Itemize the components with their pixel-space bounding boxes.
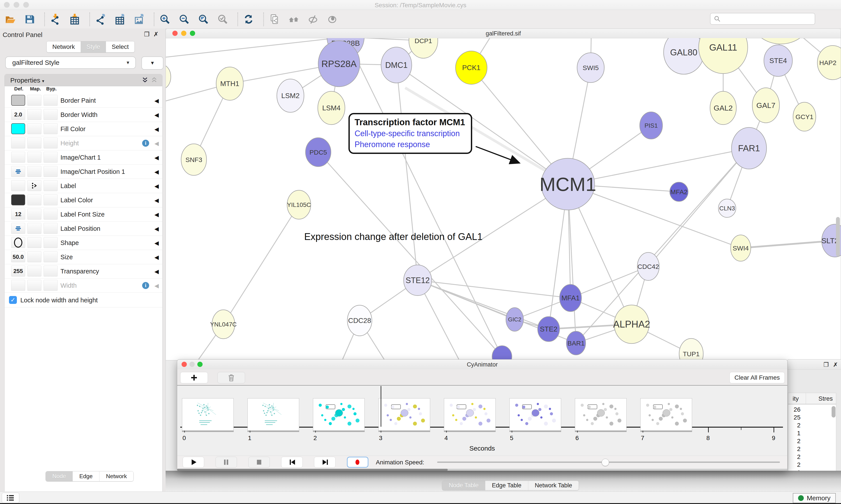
expand-row-icon[interactable]: ◀ — [155, 226, 159, 232]
byp-cell[interactable] — [43, 209, 58, 220]
tab-network[interactable]: Network — [47, 41, 81, 52]
expand-row-icon[interactable]: ◀ — [155, 112, 159, 119]
clear-all-frames-button[interactable]: Clear All Frames — [730, 372, 785, 383]
byp-cell[interactable] — [43, 180, 58, 191]
map-cell[interactable] — [28, 209, 41, 220]
edge-YIL105C-YNL047C[interactable] — [223, 205, 299, 324]
playhead[interactable] — [381, 386, 381, 427]
zoom-in-button[interactable] — [159, 13, 171, 25]
byp-cell[interactable] — [43, 95, 58, 106]
property-row-fill-color[interactable]: Fill Color◀ — [5, 122, 162, 136]
table-cell[interactable]: 2 — [788, 461, 801, 468]
def-cell[interactable]: 12 — [11, 209, 25, 220]
export-table-button[interactable] — [113, 13, 126, 25]
zoom-fit-button[interactable] — [197, 13, 210, 25]
tab-edge-table[interactable]: Edge Table — [485, 481, 528, 490]
def-cell[interactable] — [11, 280, 25, 291]
node-topYellow[interactable] — [751, 38, 810, 44]
map-cell[interactable] — [28, 109, 41, 120]
node-botPurple[interactable] — [492, 346, 512, 360]
property-row-border-width[interactable]: 2.0Border Width◀ — [5, 108, 162, 122]
property-row-width[interactable]: Widthi◀ — [5, 278, 162, 293]
edge-SWI4-SLT2[interactable] — [741, 240, 835, 248]
node-leftCut[interactable] — [166, 65, 171, 89]
expand-row-icon[interactable]: ◀ — [155, 183, 159, 190]
info-icon[interactable]: i — [142, 140, 149, 147]
byp-cell[interactable] — [43, 266, 58, 276]
map-cell[interactable] — [28, 194, 41, 205]
table-cell[interactable]: 26 — [788, 406, 801, 413]
def-cell[interactable] — [11, 166, 25, 177]
def-cell[interactable]: 50.0 — [11, 251, 25, 262]
tab-network-table[interactable]: Network Table — [528, 481, 579, 490]
byp-cell[interactable] — [43, 194, 58, 205]
property-row-label[interactable]: Label◀ — [5, 179, 162, 193]
map-cell[interactable] — [28, 95, 41, 106]
frame-thumbnail-7[interactable] — [640, 398, 692, 431]
map-cell[interactable] — [28, 266, 41, 276]
byp-cell[interactable] — [43, 138, 58, 148]
property-row-border-paint[interactable]: Border Paint◀ — [5, 93, 162, 108]
frame-thumbnail-2[interactable] — [313, 398, 365, 431]
byp-cell[interactable] — [43, 166, 58, 177]
float-panel-icon[interactable]: ❐ — [823, 361, 829, 368]
network-canvas[interactable]: RPS28BDCP1PCK1SWI5GAL80GAL11STE4HAP2RPS2… — [166, 38, 841, 360]
map-cell[interactable] — [28, 123, 41, 134]
close-panel-icon[interactable]: ✗ — [833, 361, 838, 368]
close-panel-icon[interactable]: ✗ — [154, 31, 162, 38]
frame-thumbnail-5[interactable] — [509, 398, 561, 431]
table-scrollbar[interactable] — [831, 406, 836, 417]
record-button[interactable] — [347, 457, 369, 468]
expand-row-icon[interactable]: ◀ — [155, 126, 159, 133]
table-cell[interactable]: 25 — [788, 414, 801, 421]
style-select[interactable]: galFiltered Style ▼ — [5, 56, 136, 69]
frame-thumbnail-6[interactable] — [575, 398, 627, 431]
expand-row-icon[interactable]: ◀ — [155, 211, 159, 218]
edge-DMC1-STE12[interactable] — [396, 65, 418, 280]
tab-edge[interactable]: Edge — [73, 471, 100, 481]
property-row-image-chart-1[interactable]: Image/Chart 1◀ — [5, 150, 162, 165]
tab-style[interactable]: Style — [81, 41, 106, 52]
property-row-shape[interactable]: Shape◀ — [5, 236, 162, 250]
collapse-all-icon[interactable] — [151, 77, 158, 84]
network-vertical-scrollbar[interactable] — [836, 217, 840, 256]
annotation-box[interactable]: Transcription factor MCM1 Cell-type-spec… — [348, 113, 472, 154]
property-row-label-font-size[interactable]: 12Label Font Size◀ — [5, 207, 162, 221]
info-icon[interactable]: i — [142, 282, 149, 289]
map-cell[interactable] — [28, 280, 41, 291]
refresh-layout-button[interactable] — [242, 13, 255, 25]
expand-all-icon[interactable] — [142, 77, 148, 84]
expand-row-icon[interactable]: ◀ — [155, 97, 159, 104]
annotation-link[interactable]: Cell-type-specific transcription — [355, 129, 465, 138]
frame-thumbnail-4[interactable] — [444, 398, 496, 431]
memory-button[interactable]: Memory — [793, 493, 836, 503]
def-cell[interactable] — [11, 123, 25, 134]
skip-start-button[interactable] — [281, 457, 303, 468]
float-panel-icon[interactable]: ❐ — [144, 31, 153, 38]
table-cell[interactable]: 2 — [788, 438, 801, 445]
map-cell[interactable] — [28, 138, 41, 148]
property-row-size[interactable]: 50.0Size◀ — [5, 250, 162, 264]
expand-row-icon[interactable]: ◀ — [155, 283, 159, 289]
edge-RPS28B-vLeft[interactable] — [166, 38, 345, 57]
export-image-button[interactable] — [133, 13, 145, 25]
map-cell[interactable] — [28, 166, 41, 177]
byp-cell[interactable] — [43, 223, 58, 234]
save-button[interactable] — [23, 13, 36, 25]
lock-size-checkbox[interactable]: ✓ — [9, 296, 17, 304]
map-cell[interactable] — [28, 251, 41, 262]
property-row-label-position[interactable]: Label Position◀ — [5, 221, 162, 236]
byp-cell[interactable] — [43, 251, 58, 262]
byp-cell[interactable] — [43, 152, 58, 163]
map-cell[interactable] — [28, 223, 41, 234]
frame-thumbnail-0[interactable] — [182, 398, 234, 431]
def-cell[interactable] — [11, 152, 25, 163]
map-cell[interactable] — [28, 152, 41, 163]
edge-CDC42-MFA1[interactable] — [571, 267, 648, 298]
expand-row-icon[interactable]: ◀ — [155, 240, 159, 247]
tab-network-bottom[interactable]: Network — [100, 471, 133, 481]
frame-thumbnail-3[interactable] — [378, 398, 430, 431]
slider-thumb[interactable] — [602, 459, 609, 466]
def-cell[interactable]: 255 — [11, 266, 25, 276]
tab-node[interactable]: Node — [46, 471, 73, 481]
